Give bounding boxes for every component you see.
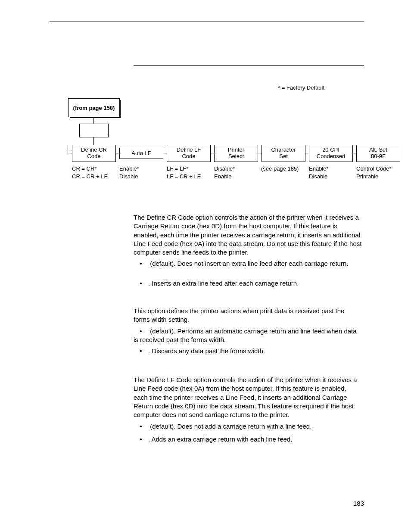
l: Condensed xyxy=(317,153,346,160)
sec2-b1: • (default). Performs an automatic carri… xyxy=(134,327,362,345)
rule-top xyxy=(50,22,364,22)
opt-1-2: Disable xyxy=(119,173,138,180)
opt-4-1: (see page 185) xyxy=(261,165,299,172)
page-number: 183 xyxy=(353,500,364,507)
sec1-b1: • (default). Does not insert an extra li… xyxy=(134,259,362,268)
from-page-box: (from page 158) xyxy=(68,98,120,117)
t: (default). Does not add a carriage retur… xyxy=(148,423,311,430)
l: 80-9F xyxy=(371,153,386,160)
opt-3-1: Disable* xyxy=(214,165,235,172)
menu-20cpi: 20 CPI Condensed xyxy=(309,145,353,162)
l: Define LF xyxy=(177,147,201,153)
conn-v-top2 xyxy=(93,137,94,145)
t: (default). Does not insert an extra line… xyxy=(148,260,348,267)
bullet-icon: • xyxy=(134,422,148,431)
from-page-label: (from page 158) xyxy=(73,105,115,111)
menu-altset: Alt. Set 80-9F xyxy=(356,145,400,162)
drop0 xyxy=(68,145,68,153)
l: Printer xyxy=(228,147,244,153)
menu-define-lf: Define LF Code xyxy=(167,145,211,162)
bullet-icon: • xyxy=(134,327,148,336)
l: Code xyxy=(182,153,195,160)
t: . Inserts an extra line feed after each … xyxy=(148,280,299,287)
sec3-b1: • (default). Does not add a carriage ret… xyxy=(134,422,362,431)
l: Define CR xyxy=(81,147,107,153)
menu-auto-lf: Auto LF xyxy=(119,148,163,159)
bullet-icon: • xyxy=(134,279,148,288)
t: (default). Performs an automatic carriag… xyxy=(134,327,357,343)
opt-0-2: CR = CR + LF xyxy=(72,173,107,180)
rule-sub xyxy=(134,65,364,66)
opt-2-2: LF = CR + LF xyxy=(167,173,201,180)
bullet-icon: • xyxy=(134,435,148,444)
sec1-para: The Define CR Code option controls the a… xyxy=(134,213,362,257)
l: Auto LF xyxy=(131,150,151,157)
bullet-icon: • xyxy=(134,259,148,268)
sec3-para: The Define LF Code option controls the a… xyxy=(134,376,362,419)
l: Alt. Set xyxy=(369,147,387,153)
opt-2-1: LF = LF* xyxy=(167,165,188,172)
sec2-b2: •. Discards any data past the forms widt… xyxy=(134,347,362,355)
opt-6-1: Control Code* xyxy=(356,165,392,172)
sec2-para: This option defines the printer actions … xyxy=(134,307,362,324)
menu-character-set: Character Set xyxy=(262,145,305,162)
t: . Discards any data past the forms width… xyxy=(148,347,265,355)
empty-node xyxy=(79,124,109,137)
d0 xyxy=(68,150,72,150)
l: Set xyxy=(279,153,288,160)
sec3-b2: •. Adds an extra carriage return with ea… xyxy=(134,435,362,444)
opt-1-1: Enable* xyxy=(119,165,139,172)
menu-printer-select: Printer Select xyxy=(214,145,258,162)
opt-6-2: Printable xyxy=(356,173,378,180)
l: Select xyxy=(228,153,244,160)
sec1-b2: •. Inserts an extra line feed after each… xyxy=(134,279,362,288)
l: Character xyxy=(271,147,296,153)
l: 20 CPI xyxy=(322,147,339,153)
t: . Adds an extra carriage return with eac… xyxy=(148,436,292,443)
l: Code xyxy=(87,153,100,160)
bullet-icon: • xyxy=(134,347,148,355)
opt-5-1: Enable* xyxy=(309,165,329,172)
opt-0-1: CR = CR* xyxy=(72,165,97,172)
menu-define-cr: Define CR Code xyxy=(72,145,116,162)
opt-5-2: Disable xyxy=(309,173,327,180)
legend-text: * = Factory Default xyxy=(278,84,324,91)
opt-3-2: Enable xyxy=(214,173,231,180)
conn-v-top1 xyxy=(93,117,94,124)
